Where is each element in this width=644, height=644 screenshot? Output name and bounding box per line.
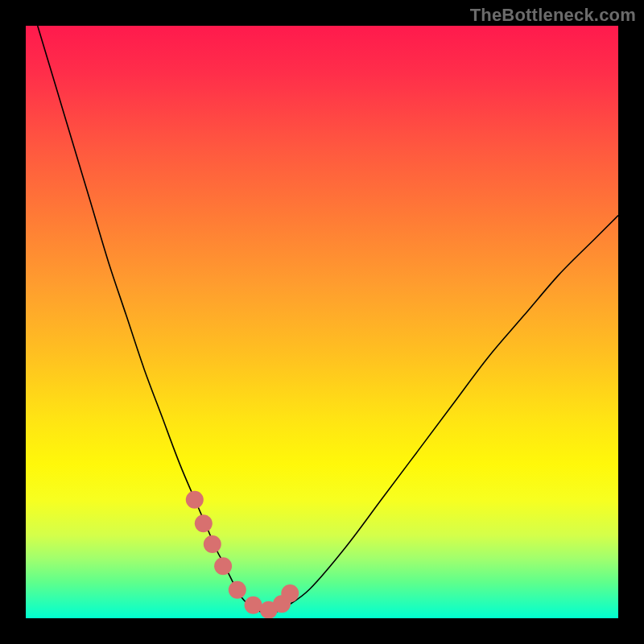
watermark-text: TheBottleneck.com [470,5,636,26]
bottleneck-curve [38,26,618,613]
highlight-dot [229,581,246,599]
highlight-dot [214,557,232,575]
highlight-dot [245,597,262,614]
chart-frame: TheBottleneck.com [0,0,644,644]
curve-svg [26,26,618,618]
plot-area [26,26,618,618]
highlight-dot [186,491,204,509]
highlight-dot [281,584,299,602]
highlight-dot [204,535,221,553]
highlight-dot [195,514,213,532]
